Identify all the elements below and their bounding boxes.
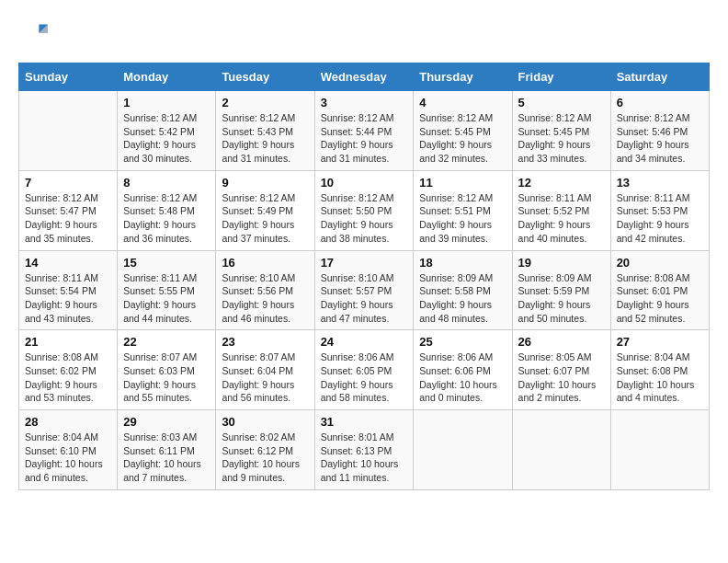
- calendar-cell: 10Sunrise: 8:12 AM Sunset: 5:50 PM Dayli…: [314, 170, 414, 250]
- day-number: 24: [321, 335, 408, 349]
- cell-info: Sunrise: 8:08 AM Sunset: 6:01 PM Dayligh…: [617, 271, 703, 326]
- day-number: 28: [25, 415, 111, 429]
- cell-info: Sunrise: 8:11 AM Sunset: 5:53 PM Dayligh…: [617, 191, 703, 246]
- calendar-cell: 14Sunrise: 8:11 AM Sunset: 5:54 PM Dayli…: [19, 250, 118, 330]
- calendar-cell: 8Sunrise: 8:12 AM Sunset: 5:48 PM Daylig…: [118, 170, 216, 250]
- day-number: 10: [321, 176, 408, 190]
- day-header-saturday: Saturday: [610, 63, 709, 91]
- cell-info: Sunrise: 8:11 AM Sunset: 5:55 PM Dayligh…: [123, 271, 210, 326]
- calendar-cell: 25Sunrise: 8:06 AM Sunset: 6:06 PM Dayli…: [414, 330, 512, 410]
- calendar-week-row: 14Sunrise: 8:11 AM Sunset: 5:54 PM Dayli…: [19, 250, 710, 330]
- calendar-cell: [512, 410, 610, 490]
- day-number: 31: [321, 415, 408, 429]
- calendar-week-row: 1Sunrise: 8:12 AM Sunset: 5:42 PM Daylig…: [19, 91, 710, 171]
- cell-info: Sunrise: 8:10 AM Sunset: 5:57 PM Dayligh…: [321, 271, 408, 326]
- day-number: 26: [518, 335, 605, 349]
- day-number: 21: [25, 335, 111, 349]
- day-number: 1: [123, 96, 210, 109]
- cell-info: Sunrise: 8:12 AM Sunset: 5:42 PM Dayligh…: [123, 111, 210, 166]
- calendar-week-row: 21Sunrise: 8:08 AM Sunset: 6:02 PM Dayli…: [19, 330, 710, 410]
- day-header-monday: Monday: [118, 63, 216, 91]
- cell-info: Sunrise: 8:03 AM Sunset: 6:11 PM Dayligh…: [123, 431, 210, 485]
- calendar-cell: 4Sunrise: 8:12 AM Sunset: 5:45 PM Daylig…: [414, 91, 512, 171]
- calendar-cell: [610, 410, 709, 490]
- cell-info: Sunrise: 8:09 AM Sunset: 5:59 PM Dayligh…: [518, 271, 605, 326]
- logo: [18, 18, 51, 48]
- calendar-cell: 7Sunrise: 8:12 AM Sunset: 5:47 PM Daylig…: [19, 170, 118, 250]
- calendar-cell: 19Sunrise: 8:09 AM Sunset: 5:59 PM Dayli…: [512, 250, 610, 330]
- cell-info: Sunrise: 8:12 AM Sunset: 5:45 PM Dayligh…: [419, 111, 506, 166]
- calendar-week-row: 7Sunrise: 8:12 AM Sunset: 5:47 PM Daylig…: [19, 170, 710, 250]
- day-number: 3: [321, 96, 408, 109]
- calendar-cell: 9Sunrise: 8:12 AM Sunset: 5:49 PM Daylig…: [216, 170, 314, 250]
- day-number: 27: [617, 335, 703, 349]
- day-number: 16: [222, 256, 308, 270]
- cell-info: Sunrise: 8:12 AM Sunset: 5:50 PM Dayligh…: [321, 191, 408, 246]
- cell-info: Sunrise: 8:06 AM Sunset: 6:06 PM Dayligh…: [419, 350, 506, 405]
- day-number: 2: [222, 96, 308, 109]
- calendar-cell: 15Sunrise: 8:11 AM Sunset: 5:55 PM Dayli…: [118, 250, 216, 330]
- calendar-cell: 16Sunrise: 8:10 AM Sunset: 5:56 PM Dayli…: [216, 250, 314, 330]
- calendar-cell: [19, 91, 118, 171]
- logo-icon: [18, 18, 48, 48]
- page-header: [18, 18, 710, 48]
- cell-info: Sunrise: 8:08 AM Sunset: 6:02 PM Dayligh…: [25, 350, 111, 405]
- cell-info: Sunrise: 8:01 AM Sunset: 6:13 PM Dayligh…: [321, 431, 408, 485]
- cell-info: Sunrise: 8:05 AM Sunset: 6:07 PM Dayligh…: [518, 350, 605, 405]
- calendar-cell: 18Sunrise: 8:09 AM Sunset: 5:58 PM Dayli…: [414, 250, 512, 330]
- cell-info: Sunrise: 8:11 AM Sunset: 5:52 PM Dayligh…: [518, 191, 605, 246]
- calendar-cell: 24Sunrise: 8:06 AM Sunset: 6:05 PM Dayli…: [314, 330, 414, 410]
- day-number: 8: [123, 176, 210, 190]
- cell-info: Sunrise: 8:12 AM Sunset: 5:44 PM Dayligh…: [321, 111, 408, 166]
- cell-info: Sunrise: 8:04 AM Sunset: 6:10 PM Dayligh…: [25, 431, 111, 485]
- day-number: 11: [419, 176, 506, 190]
- day-number: 9: [222, 176, 308, 190]
- day-number: 14: [25, 256, 111, 270]
- cell-info: Sunrise: 8:12 AM Sunset: 5:45 PM Dayligh…: [518, 111, 605, 166]
- calendar-week-row: 28Sunrise: 8:04 AM Sunset: 6:10 PM Dayli…: [19, 410, 710, 490]
- day-number: 5: [518, 96, 605, 109]
- calendar-cell: 30Sunrise: 8:02 AM Sunset: 6:12 PM Dayli…: [216, 410, 314, 490]
- calendar-cell: 6Sunrise: 8:12 AM Sunset: 5:46 PM Daylig…: [610, 91, 709, 171]
- cell-info: Sunrise: 8:06 AM Sunset: 6:05 PM Dayligh…: [321, 350, 408, 405]
- day-number: 25: [419, 335, 506, 349]
- day-number: 29: [123, 415, 210, 429]
- cell-info: Sunrise: 8:12 AM Sunset: 5:51 PM Dayligh…: [419, 191, 506, 246]
- cell-info: Sunrise: 8:04 AM Sunset: 6:08 PM Dayligh…: [617, 350, 703, 405]
- cell-info: Sunrise: 8:12 AM Sunset: 5:43 PM Dayligh…: [222, 111, 308, 166]
- day-number: 20: [617, 256, 703, 270]
- cell-info: Sunrise: 8:12 AM Sunset: 5:47 PM Dayligh…: [25, 191, 111, 246]
- cell-info: Sunrise: 8:09 AM Sunset: 5:58 PM Dayligh…: [419, 271, 506, 326]
- calendar-cell: 5Sunrise: 8:12 AM Sunset: 5:45 PM Daylig…: [512, 91, 610, 171]
- day-header-sunday: Sunday: [19, 63, 118, 91]
- day-header-tuesday: Tuesday: [216, 63, 314, 91]
- day-number: 19: [518, 256, 605, 270]
- calendar-cell: 29Sunrise: 8:03 AM Sunset: 6:11 PM Dayli…: [118, 410, 216, 490]
- calendar-cell: 31Sunrise: 8:01 AM Sunset: 6:13 PM Dayli…: [314, 410, 414, 490]
- day-number: 17: [321, 256, 408, 270]
- calendar-cell: 17Sunrise: 8:10 AM Sunset: 5:57 PM Dayli…: [314, 250, 414, 330]
- calendar-cell: 1Sunrise: 8:12 AM Sunset: 5:42 PM Daylig…: [118, 91, 216, 171]
- calendar-cell: 2Sunrise: 8:12 AM Sunset: 5:43 PM Daylig…: [216, 91, 314, 171]
- cell-info: Sunrise: 8:10 AM Sunset: 5:56 PM Dayligh…: [222, 271, 308, 326]
- cell-info: Sunrise: 8:12 AM Sunset: 5:49 PM Dayligh…: [222, 191, 308, 246]
- calendar-cell: 3Sunrise: 8:12 AM Sunset: 5:44 PM Daylig…: [314, 91, 414, 171]
- calendar-cell: 27Sunrise: 8:04 AM Sunset: 6:08 PM Dayli…: [610, 330, 709, 410]
- calendar-cell: 23Sunrise: 8:07 AM Sunset: 6:04 PM Dayli…: [216, 330, 314, 410]
- cell-info: Sunrise: 8:11 AM Sunset: 5:54 PM Dayligh…: [25, 271, 111, 326]
- calendar-cell: 11Sunrise: 8:12 AM Sunset: 5:51 PM Dayli…: [414, 170, 512, 250]
- day-number: 6: [617, 96, 703, 109]
- cell-info: Sunrise: 8:07 AM Sunset: 6:04 PM Dayligh…: [222, 350, 308, 405]
- calendar-cell: 26Sunrise: 8:05 AM Sunset: 6:07 PM Dayli…: [512, 330, 610, 410]
- cell-info: Sunrise: 8:02 AM Sunset: 6:12 PM Dayligh…: [222, 431, 308, 485]
- day-number: 22: [123, 335, 210, 349]
- day-number: 4: [419, 96, 506, 109]
- cell-info: Sunrise: 8:12 AM Sunset: 5:46 PM Dayligh…: [617, 111, 703, 166]
- day-number: 23: [222, 335, 308, 349]
- cell-info: Sunrise: 8:12 AM Sunset: 5:48 PM Dayligh…: [123, 191, 210, 246]
- day-header-thursday: Thursday: [414, 63, 512, 91]
- day-number: 18: [419, 256, 506, 270]
- day-number: 12: [518, 176, 605, 190]
- day-number: 7: [25, 176, 111, 190]
- day-header-wednesday: Wednesday: [314, 63, 414, 91]
